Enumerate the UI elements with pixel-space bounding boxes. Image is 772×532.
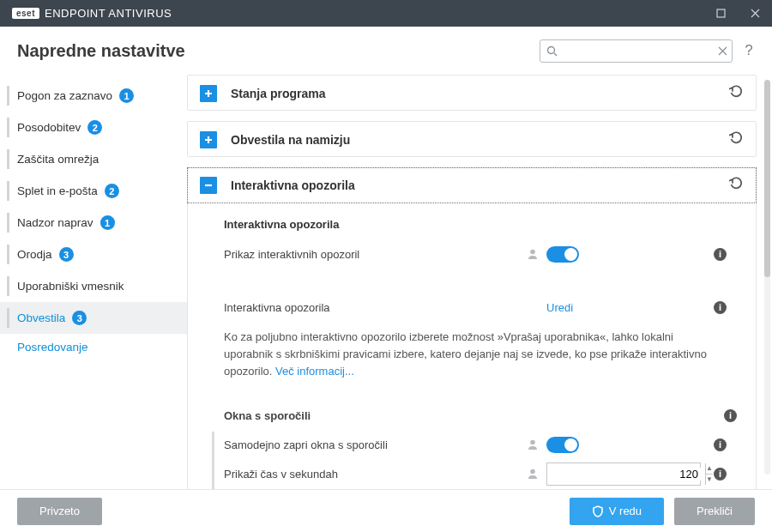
- toggle-autoclose[interactable]: [546, 437, 579, 453]
- setting-label: Interaktivna opozorila: [224, 301, 524, 314]
- setting-label: Prikaži čas v sekundah: [224, 468, 524, 481]
- row-time: Prikaži čas v sekundah ▲ ▼: [224, 461, 737, 487]
- product-title: ENDPOINT ANTIVIRUS: [45, 7, 172, 20]
- info-icon[interactable]: i: [714, 438, 727, 451]
- panel-title: Stanja programa: [231, 87, 729, 100]
- sidebar-item-notifications[interactable]: Obvestila3: [0, 302, 187, 334]
- sidebar-item-web[interactable]: Splet in e-pošta2: [0, 175, 187, 207]
- scrollbar[interactable]: [762, 75, 772, 489]
- user-icon: [524, 438, 541, 450]
- sidebar-sublink-forwarding[interactable]: Posredovanje: [0, 334, 187, 360]
- description-text: Ko za poljubno interaktivno opozorilo iz…: [224, 329, 721, 380]
- section-heading: Interaktivna opozorila: [224, 218, 737, 231]
- panel-header[interactable]: Obvestila na namizju: [188, 122, 756, 158]
- default-button[interactable]: Privzeto: [17, 498, 102, 525]
- svg-point-2: [530, 250, 535, 255]
- sidebar: Pogon za zaznavo1 Posodobitev2 Zaščita o…: [0, 75, 187, 489]
- badge: 1: [100, 215, 115, 230]
- scroll-thumb[interactable]: [764, 80, 770, 277]
- sidebar-item-tools[interactable]: Orodja3: [0, 239, 187, 270]
- cancel-button[interactable]: Prekliči: [674, 498, 755, 525]
- titlebar: eset ENDPOINT ANTIVIRUS: [0, 0, 772, 27]
- panel-app-states: Stanja programa: [187, 75, 757, 111]
- badge: 3: [59, 247, 74, 262]
- section-heading-msg: Okna s sporočili i: [224, 402, 737, 428]
- panel-interactive-alerts: Interaktivna opozorila Interaktivna opoz…: [187, 167, 757, 489]
- main-content: Stanja programa Obvestila na namizju Int…: [187, 75, 762, 489]
- panel-header[interactable]: Interaktivna opozorila: [187, 167, 757, 203]
- badge: 2: [87, 120, 102, 135]
- info-icon[interactable]: i: [724, 409, 737, 422]
- row-alert-list: Interaktivna opozorila Uredi i: [224, 294, 737, 320]
- revert-icon[interactable]: [729, 177, 744, 195]
- panel-title: Interaktivna opozorila: [231, 178, 729, 192]
- page-title: Napredne nastavitve: [17, 41, 540, 61]
- shield-icon: [592, 505, 604, 517]
- setting-label: Samodejno zapri okna s sporočili: [224, 438, 524, 451]
- edit-link[interactable]: Uredi: [546, 301, 573, 314]
- expand-icon: [200, 131, 217, 148]
- svg-rect-0: [717, 9, 725, 17]
- search-icon: [540, 45, 563, 57]
- toggle-show-alerts[interactable]: [546, 246, 579, 263]
- badge: 3: [72, 311, 87, 325]
- svg-point-4: [530, 469, 535, 475]
- seconds-stepper[interactable]: ▲ ▼: [546, 462, 701, 486]
- svg-point-1: [547, 46, 554, 53]
- revert-icon[interactable]: [729, 131, 744, 149]
- info-icon[interactable]: i: [714, 248, 727, 261]
- expand-icon: [200, 85, 217, 102]
- sidebar-item-engine[interactable]: Pogon za zaznavo1: [0, 80, 187, 112]
- sidebar-item-network[interactable]: Zaščita omrežja: [0, 143, 187, 175]
- revert-icon[interactable]: [729, 85, 744, 103]
- seconds-input[interactable]: [547, 468, 705, 481]
- sidebar-item-update[interactable]: Posodobitev2: [0, 112, 187, 143]
- ok-button[interactable]: V redu: [570, 498, 664, 525]
- header: Napredne nastavitve ?: [0, 27, 772, 75]
- sidebar-item-device[interactable]: Nadzor naprav1: [0, 207, 187, 239]
- svg-point-3: [530, 440, 535, 445]
- search-field[interactable]: [563, 44, 713, 57]
- panel-header[interactable]: Stanja programa: [188, 76, 756, 112]
- row-show-alerts: Prikaz interaktivnih opozoril i: [224, 241, 737, 267]
- setting-label: Prikaz interaktivnih opozoril: [224, 248, 524, 261]
- clear-search-icon[interactable]: [713, 46, 732, 56]
- sidebar-item-ui[interactable]: Uporabniški vmesnik: [0, 270, 187, 302]
- row-autoclose: Samodejno zapri okna s sporočili i: [224, 432, 737, 457]
- panel-desktop-notif: Obvestila na namizju: [187, 121, 757, 157]
- collapse-icon: [200, 177, 217, 194]
- badge: 1: [119, 88, 134, 103]
- user-icon: [524, 468, 541, 480]
- window-close-icon[interactable]: [738, 0, 772, 27]
- more-info-link[interactable]: Več informacij...: [275, 365, 354, 378]
- badge: 2: [105, 184, 119, 198]
- window-maximize-icon[interactable]: [703, 0, 738, 27]
- help-button[interactable]: ?: [741, 42, 757, 59]
- user-icon: [524, 248, 541, 260]
- footer: Privzeto V redu Prekliči: [0, 489, 772, 532]
- info-icon[interactable]: i: [714, 301, 727, 314]
- panel-title: Obvestila na namizju: [231, 133, 729, 147]
- brand-badge: eset: [12, 8, 39, 19]
- info-icon[interactable]: i: [714, 468, 727, 481]
- search-input[interactable]: [540, 39, 733, 63]
